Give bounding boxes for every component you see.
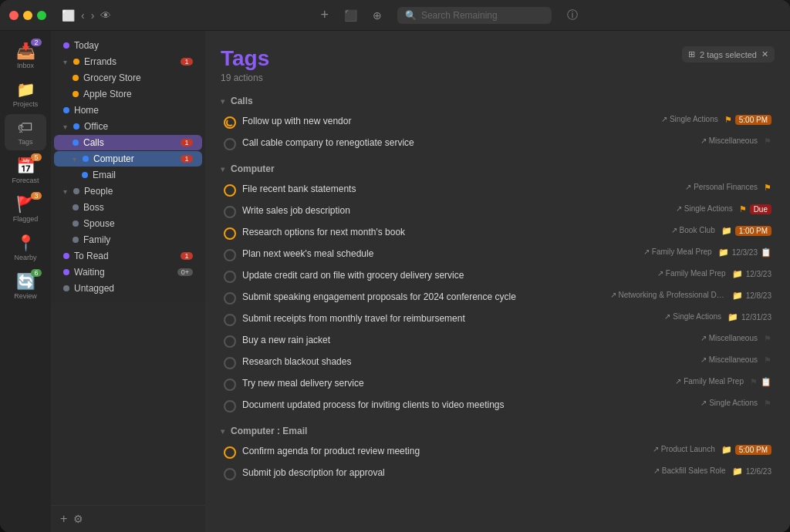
task-circle[interactable] [224, 227, 236, 240]
info-icon[interactable]: ⓘ [567, 8, 578, 22]
tags-header: Tags 19 actions ⊞ 2 tags selected ✕ [221, 46, 775, 83]
task-row[interactable]: File recent bank statements ↗ Personal F… [221, 179, 775, 200]
task-row[interactable]: Research blackout shades ↗ Miscellaneous… [221, 352, 775, 373]
task-row[interactable]: Submit receipts from monthly travel for … [221, 308, 775, 330]
task-row[interactable]: Buy a new rain jacket ↗ Miscellaneous ⚑ [221, 330, 775, 352]
nav-item-calls[interactable]: Calls 1 [54, 135, 202, 150]
collapse-computer-icon[interactable]: ▾ [73, 155, 76, 163]
note-icon: 📋 [761, 247, 771, 258]
nav-item-errands[interactable]: ▾ Errands 1 [54, 54, 202, 69]
task-row[interactable]: Confirm agenda for product review meetin… [221, 441, 775, 463]
nav-item-boss[interactable]: Boss [54, 200, 202, 215]
nav-item-computer[interactable]: ▾ Computer 1 [54, 151, 202, 167]
search-bar[interactable]: 🔍 Search Remaining [397, 7, 552, 24]
task-row[interactable]: Plan next week's meal schedule ↗ Family … [221, 244, 775, 265]
nav-item-label-home: Home [74, 105, 99, 116]
tags-icon: 🏷 [18, 119, 33, 136]
task-meta: ⚑ Due [739, 204, 771, 214]
back-icon[interactable]: ‹ [81, 9, 85, 22]
sidebar-item-inbox[interactable]: 📥 Inbox 2 [5, 37, 46, 74]
add-button[interactable]: + [320, 7, 329, 23]
folder-icon: 📁 [732, 466, 743, 476]
task-circle[interactable] [224, 271, 236, 283]
task-name: Research blackout shades [242, 355, 694, 369]
minimize-button[interactable] [23, 11, 32, 20]
task-due-gray: 12/8/23 [746, 291, 771, 300]
task-row[interactable]: Research options for next month's book ↗… [221, 222, 775, 244]
task-name: Follow up with new vendor [242, 115, 655, 128]
add-tag-button[interactable]: + [60, 512, 67, 526]
nav-item-family[interactable]: Family [54, 232, 202, 247]
task-circle[interactable] [224, 116, 236, 129]
task-circle[interactable] [224, 446, 236, 459]
nav-item-email[interactable]: Email [54, 167, 202, 183]
nav-item-office[interactable]: ▾ Office [54, 119, 202, 134]
task-meta: 📁 12/3/23 [732, 269, 771, 279]
task-meta: ⚑ [764, 355, 771, 365]
eye-icon[interactable]: 👁 [100, 9, 111, 22]
collapse-people-icon[interactable]: ▾ [63, 187, 67, 196]
sidebar-item-flagged[interactable]: 🚩 Flagged 3 [5, 190, 46, 227]
section-toggle-computer-email[interactable]: ▾ [221, 427, 225, 436]
close-button[interactable] [9, 11, 19, 20]
sidebar-item-projects[interactable]: 📁 Projects [5, 76, 46, 113]
task-row[interactable]: Document updated process for inviting cl… [221, 395, 775, 416]
nav-item-label-grocery: Grocery Store [83, 72, 141, 83]
close-selected-icon[interactable]: ✕ [761, 49, 768, 59]
task-tag: ↗ Single Actions [661, 115, 718, 123]
task-row[interactable]: Write sales job description ↗ Single Act… [221, 200, 775, 222]
sidebar-item-tags[interactable]: 🏷 Tags [5, 114, 46, 150]
titlebar-center: + ⬛ ⊕ 🔍 Search Remaining ⓘ [117, 7, 781, 24]
nav-item-label-computer: Computer [93, 153, 134, 164]
nav-item-grocery-store[interactable]: Grocery Store [54, 70, 202, 86]
task-meta: 📁 12/3/23 📋 [718, 247, 771, 258]
nav-item-spouse[interactable]: Spouse [54, 216, 202, 231]
task-row[interactable]: Update credit card on file with grocery … [221, 265, 775, 287]
sidebar-item-nearby[interactable]: 📍 Nearby [5, 229, 46, 266]
task-circle[interactable] [224, 468, 236, 480]
task-meta: 📁 1:00 PM [721, 226, 771, 236]
task-due-orange: 5:00 PM [735, 445, 771, 455]
sidebar-item-review[interactable]: 🔄 Review 6 [5, 268, 46, 305]
task-row[interactable]: Submit job description for approval ↗ Ba… [221, 463, 775, 484]
people-dot [73, 188, 79, 194]
task-circle[interactable] [224, 206, 236, 218]
task-row[interactable]: Submit speaking engagement proposals for… [221, 287, 775, 308]
nav-item-home[interactable]: Home [54, 103, 202, 118]
maximize-button[interactable] [37, 11, 46, 20]
task-circle[interactable] [224, 357, 236, 369]
task-circle[interactable] [224, 292, 236, 305]
task-name: Research options for next month's book [242, 226, 665, 239]
section-toggle-computer[interactable]: ▾ [221, 165, 225, 173]
collapse-errands-icon[interactable]: ▾ [63, 58, 67, 66]
task-circle[interactable] [224, 314, 236, 326]
window-icon: ⬛ [344, 9, 357, 22]
task-circle[interactable] [224, 184, 236, 197]
task-circle[interactable] [224, 249, 236, 261]
sidebar-item-forecast[interactable]: 📅 Forecast 5 [5, 152, 46, 189]
task-circle[interactable] [224, 335, 236, 348]
nav-item-people[interactable]: ▾ People [54, 184, 202, 199]
task-name: File recent bank statements [242, 183, 679, 196]
nav-item-untagged[interactable]: Untagged [54, 281, 202, 296]
task-circle[interactable] [224, 400, 236, 412]
task-row[interactable]: Follow up with new vendor ↗ Single Actio… [221, 111, 775, 133]
task-row[interactable]: Try new meal delivery service ↗ Family M… [221, 373, 775, 395]
task-circle[interactable] [224, 379, 236, 391]
nav-item-apple-store[interactable]: Apple Store [54, 86, 202, 102]
settings-button[interactable]: ⚙ [73, 513, 83, 525]
collapse-office-icon[interactable]: ▾ [63, 123, 67, 131]
task-tag: ↗ Book Club [671, 226, 715, 234]
nav-item-to-read[interactable]: To Read 1 [54, 248, 202, 264]
apple-store-dot [73, 91, 79, 97]
section-toggle-calls[interactable]: ▾ [221, 97, 225, 106]
task-row[interactable]: Call cable company to renegotiate servic… [221, 133, 775, 154]
forward-icon[interactable]: › [91, 9, 95, 22]
boss-dot [73, 204, 79, 210]
nav-item-today[interactable]: Today [54, 38, 202, 53]
flag-icon: ⚑ [739, 204, 747, 214]
task-tag: ↗ Miscellaneous [701, 136, 758, 145]
nav-item-waiting[interactable]: Waiting 0+ [54, 264, 202, 280]
sidebar-toggle-icon[interactable]: ⬜ [62, 9, 75, 22]
task-circle[interactable] [224, 138, 236, 150]
